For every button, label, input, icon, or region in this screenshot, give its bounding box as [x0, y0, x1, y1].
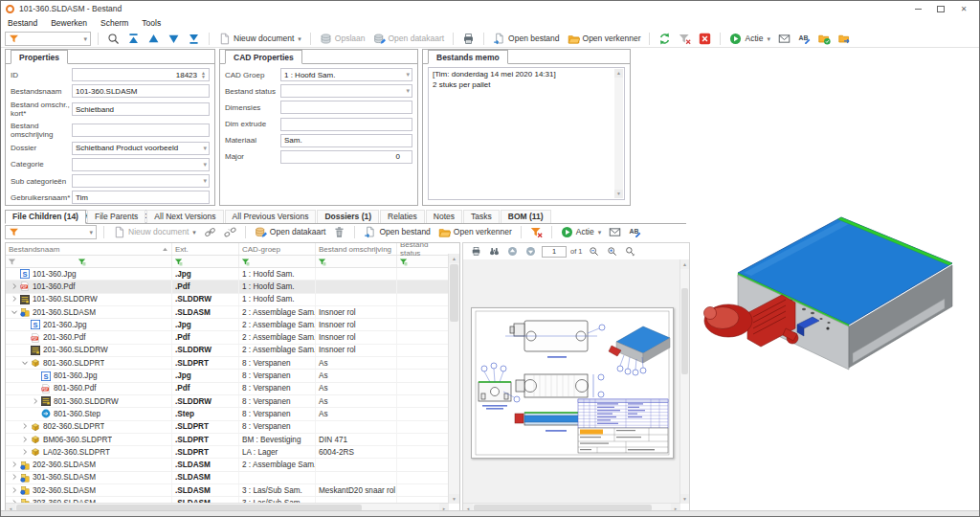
memo-textarea[interactable]: [Tim: donderdag 14 mei 2020 14:31] 2 stu…: [428, 67, 625, 200]
menu-item[interactable]: Tools: [142, 18, 161, 28]
email-button[interactable]: [607, 225, 623, 239]
new-document-button[interactable]: Nieuw document: [111, 225, 198, 239]
expander[interactable]: [11, 295, 19, 303]
clear-filter-button[interactable]: [528, 225, 545, 239]
column-header[interactable]: Bestandsnaam: [6, 243, 172, 255]
table-row[interactable]: 101-360.Jpg .Jpg 1 : Hoofd Sam.: [6, 268, 449, 281]
bottom-tab[interactable]: File Children (14): [5, 210, 86, 224]
close-button[interactable]: [952, 1, 975, 16]
rename-button[interactable]: [796, 32, 813, 46]
table-row[interactable]: 201-360.Pdf .Pdf 2 : Assemblage Sam. Ins…: [6, 331, 449, 344]
clear-filter-button[interactable]: [677, 32, 693, 46]
open-explorer-button[interactable]: Open verkenner: [566, 32, 643, 46]
material-field[interactable]: Sam.: [280, 134, 412, 147]
spinner-icons[interactable]: ▲▼: [199, 69, 208, 80]
table-row[interactable]: 101-360.SLDDRW .SLDDRW 1 : Hoofd Sam.: [6, 294, 449, 306]
table-row[interactable]: 801-360.SLDDRW .SLDDRW 8 : Verspanen As: [6, 395, 449, 408]
file-memo-tab[interactable]: Bestands memo: [428, 50, 508, 64]
bottom-tab[interactable]: BOM (11): [501, 210, 551, 223]
maximize-button[interactable]: [929, 1, 952, 16]
delete-button[interactable]: [331, 225, 347, 239]
expander[interactable]: [11, 282, 19, 291]
expander[interactable]: [11, 461, 19, 469]
filter-cell[interactable]: [172, 256, 239, 267]
save-button[interactable]: Opslaan: [318, 32, 368, 46]
open-file-button[interactable]: Open bestand: [362, 225, 432, 239]
table-row[interactable]: 802-360.SLDPRT .SLDPRT 8 : Verspanen: [6, 421, 449, 434]
next-page-button[interactable]: [523, 245, 538, 258]
prev-page-button[interactable]: [505, 245, 520, 258]
file-status-select[interactable]: [280, 84, 412, 98]
folder-check-button[interactable]: [816, 32, 833, 46]
bottom-tab[interactable]: All Next Versions: [146, 210, 223, 223]
table-row[interactable]: 302-360.SLDASM .SLDASM 3 : Las/Sub Sam. …: [6, 484, 449, 497]
expander[interactable]: [21, 359, 30, 368]
menu-item[interactable]: Scherm: [100, 18, 128, 28]
dimensions-field[interactable]: [280, 101, 412, 114]
nav-first-button[interactable]: [125, 32, 142, 46]
expander[interactable]: [32, 384, 40, 393]
description-field[interactable]: [72, 124, 210, 137]
email-button[interactable]: [776, 32, 792, 46]
bottom-tab[interactable]: Dossiers (1): [317, 210, 379, 223]
dossier-select[interactable]: Schietband Product voorbeeld: [72, 142, 210, 155]
expander[interactable]: [21, 436, 30, 444]
dim-extrude-field[interactable]: [280, 118, 412, 131]
cancel-button[interactable]: [697, 32, 713, 46]
table-row[interactable]: BM06-360.SLDPRT .SLDPRT BM : Bevestiging…: [6, 434, 449, 446]
table-vertical-scrollbar[interactable]: ▲▼: [448, 254, 459, 504]
nav-next-button[interactable]: [166, 32, 182, 46]
table-row[interactable]: 801-360.SLDPRT .SLDPRT 8 : Verspanen As: [6, 357, 449, 370]
column-header[interactable]: Bestand status: [397, 243, 449, 255]
preview-vertical-scrollbar[interactable]: ▲▼: [679, 259, 689, 504]
rename-button[interactable]: [627, 225, 643, 239]
find-button[interactable]: [487, 245, 501, 258]
subcategory-select[interactable]: [72, 174, 210, 188]
expander[interactable]: [21, 448, 30, 457]
unlink-button[interactable]: [222, 225, 238, 239]
open-file-button[interactable]: Open bestand: [491, 32, 561, 46]
bottom-tab[interactable]: Tasks: [463, 210, 500, 223]
open-explorer-button[interactable]: Open verkenner: [436, 225, 514, 239]
cad-properties-tab[interactable]: CAD Properties: [225, 50, 302, 64]
category-select[interactable]: [72, 158, 210, 171]
column-header[interactable]: Ext.: [172, 243, 239, 255]
bottom-tab[interactable]: File Parents: [87, 210, 145, 223]
expander[interactable]: [21, 422, 30, 431]
column-header[interactable]: CAD-groep: [239, 243, 316, 255]
major-field[interactable]: 0: [280, 150, 412, 164]
filename-field[interactable]: 101-360.SLDASM: [72, 84, 210, 98]
table-row[interactable]: 801-360.Jpg .Jpg 8 : Verspanen As: [6, 370, 449, 382]
short-description-field[interactable]: Schietband: [72, 102, 210, 116]
memo-scrollbar[interactable]: ▲▼: [614, 69, 623, 198]
table-row[interactable]: 201-360.Jpg .Jpg 2 : Assemblage Sam. Ins…: [6, 319, 449, 331]
menu-item[interactable]: Bewerken: [51, 18, 87, 28]
table-row[interactable]: 201-360.SLDASM .SLDASM 2 : Assemblage Sa…: [6, 306, 449, 319]
action-button[interactable]: Actie: [559, 225, 603, 239]
table-row[interactable]: 101-360.Pdf .Pdf 1 : Hoofd Sam.: [6, 281, 449, 293]
nav-last-button[interactable]: [186, 32, 202, 46]
column-header[interactable]: Bestand omschrijving: [316, 243, 397, 255]
filter-combo[interactable]: [5, 32, 91, 46]
id-field[interactable]: 18423▲▼: [72, 68, 210, 81]
cad-group-select[interactable]: 1 : Hoofd Sam.: [280, 68, 412, 81]
page-number-input[interactable]: [542, 246, 567, 258]
expander[interactable]: [21, 346, 30, 354]
zoom-out-button[interactable]: [587, 245, 601, 258]
menu-item[interactable]: Bestand: [8, 18, 37, 28]
expander[interactable]: [11, 308, 19, 317]
folder-export-button[interactable]: [836, 32, 853, 46]
expander[interactable]: [32, 371, 40, 380]
expander[interactable]: [11, 473, 19, 482]
print-button[interactable]: [469, 245, 483, 258]
filter-cell[interactable]: [6, 256, 172, 267]
nav-prev-button[interactable]: [145, 32, 162, 46]
username-field[interactable]: Tim: [72, 191, 210, 204]
expander[interactable]: [32, 397, 40, 406]
zoom-in-button[interactable]: [605, 245, 619, 258]
table-row[interactable]: 301-360.SLDASM .SLDASM: [6, 472, 449, 484]
expander[interactable]: [11, 486, 19, 495]
zoom-mode-button[interactable]: [623, 245, 637, 258]
table-row[interactable]: 202-360.SLDASM .SLDASM 2 : Assemblage Sa…: [6, 459, 449, 471]
open-datacard-button[interactable]: Open datakaart: [371, 32, 447, 46]
